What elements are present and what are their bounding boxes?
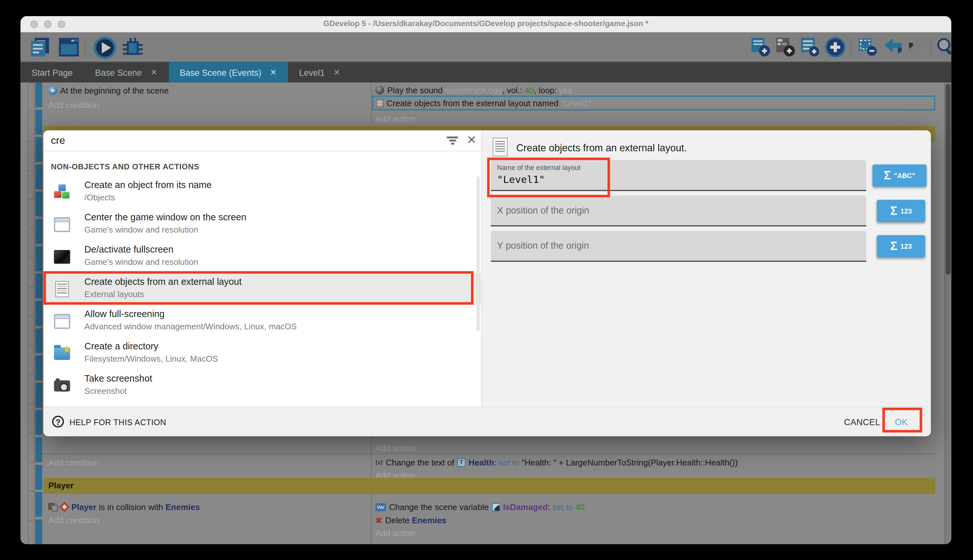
add-condition-link[interactable]: Add condition [48,98,99,112]
add-circle-icon[interactable] [825,37,847,59]
window-icon [53,313,71,330]
list-item-center-window[interactable]: Center the game window on the screen Gam… [43,208,481,241]
redo-icon[interactable] [906,37,929,57]
scene-variable-icon [492,503,500,511]
external-layout-icon [376,98,383,108]
filter-icon[interactable] [447,137,458,145]
dialog-footer: ? HELP FOR THIS ACTION CANCEL OK [43,407,931,436]
field-x-position[interactable]: X position of the origin [491,195,866,227]
external-layout-icon [493,138,508,157]
add-subevent-icon[interactable] [775,37,796,57]
tab-label: Level1 [299,67,325,77]
action-text: Delete Enemies [385,515,446,525]
app-window: GDevelop 5 - /Users/dkarakay/Documents/G… [20,16,951,544]
action-change-text[interactable]: txt Change the text of T Health: set to … [375,455,738,469]
number-expression-button[interactable]: Σ 123 [877,235,925,257]
list-item-fullscreen[interactable]: De/activate fullscreen Game's window and… [43,241,481,273]
variable-icon: Var [375,503,386,511]
play-button[interactable] [93,37,117,59]
list-item-create-directory[interactable]: ★ Create a directory Filesystem/Windows,… [43,337,481,370]
help-icon[interactable]: ? [52,416,64,428]
action-text: Health: set to "Health: " + LargeNumberT… [468,458,738,467]
add-action-link[interactable]: Add action [375,441,415,455]
add-condition-link[interactable]: Add condition [48,513,99,527]
action-create-external-layout-selected[interactable]: Create objects from the external layout … [372,95,935,110]
sigma-icon: Σ [890,204,897,218]
action-play-sound[interactable]: Play the sound soundtrack.ogg, vol.: 40,… [375,83,572,97]
collision-icon [48,503,58,511]
search-input[interactable]: cre [51,135,65,147]
field-value[interactable]: "Level1" [497,174,545,186]
events-scrollbar[interactable] [945,83,951,544]
action-text: Play the sound soundtrack.ogg, vol.: 40,… [387,85,572,95]
cancel-button[interactable]: CANCEL [844,417,880,427]
tab-label: Base Scene [95,67,142,77]
tab-start-page[interactable]: Start Page [20,62,83,82]
section-header: NON-OBJECTS AND OTHER ACTIONS [51,163,199,171]
sigma-icon: Σ [884,169,891,182]
event-drag-handles[interactable] [28,83,35,544]
add-condition-link[interactable]: Add condition [48,455,99,469]
condition-text: Player is in collision with Enemies [71,502,200,512]
add-action-link[interactable]: Add action [375,112,415,125]
field-y-position[interactable]: Y position of the origin [491,231,866,262]
list-item-create-object[interactable]: Create an object from its name /Objects [43,176,481,208]
close-tab-icon[interactable]: ✕ [333,68,340,77]
field-external-layout-name[interactable]: Name of the external layout "Level1" [491,160,866,191]
help-link[interactable]: HELP FOR THIS ACTION [69,418,166,427]
condition-text: At the beginning of the scene [60,86,169,95]
scene-editor-icon[interactable] [58,37,80,57]
toolbar-separator [851,38,851,57]
tab-base-scene[interactable]: Base Scene✕ [84,62,168,82]
titlebar: GDevelop 5 - /Users/dkarakay/Documents/G… [20,16,951,32]
add-action-link[interactable]: Add action [375,526,415,540]
speaker-icon [375,85,384,94]
action-chooser-pane: cre ✕ NON-OBJECTS AND OTHER ACTIONS Crea… [43,130,481,407]
tab-base-scene-events[interactable]: Base Scene (Events)✕ [168,62,288,82]
fullscreen-icon [53,248,71,265]
list-item-allow-fullscreen[interactable]: Allow full-screening Advanced window man… [43,305,481,337]
action-text: IsDamaged: set to 40 [503,502,585,512]
section-player[interactable]: Player [43,478,935,494]
action-text: Create objects from the external layout … [387,98,591,108]
project-manager-icon[interactable] [29,37,51,57]
undo-icon[interactable] [882,37,904,57]
panel-title: Create objects from an external layout. [516,143,687,154]
add-event-icon[interactable] [750,37,771,57]
field-placeholder: Y position of the origin [497,240,589,251]
action-change-variable[interactable]: Var Change the scene variable IsDamaged:… [375,500,585,513]
ok-button[interactable]: OK [895,417,908,427]
close-icon[interactable]: ✕ [467,133,477,147]
field-label: Name of the external layout [497,164,581,171]
debug-icon[interactable] [121,37,145,59]
event-indent-markers [35,83,42,544]
window-title: GDevelop 5 - /Users/dkarakay/Documents/G… [20,19,951,28]
search-bar[interactable]: cre ✕ [43,130,481,151]
delete-selection-icon[interactable] [857,37,878,57]
add-comment-icon[interactable] [800,37,821,57]
close-tab-icon[interactable]: ✕ [151,68,157,77]
create-object-icon [53,183,71,201]
window-icon [53,216,71,233]
screen: GDevelop 5 - /Users/dkarakay/Documents/G… [0,0,973,560]
camera-icon [53,377,71,395]
folder-icon: ★ [53,345,71,362]
toolbar [20,32,951,62]
field-placeholder: X position of the origin [497,205,590,215]
list-item-take-screenshot[interactable]: Take screenshot Screenshot [43,370,481,402]
string-expression-button[interactable]: Σ "ABC" [872,165,926,187]
list-item-create-from-external-layout[interactable]: Create objects from an external layout E… [43,273,481,305]
tab-level1[interactable]: Level1✕ [288,62,352,82]
condition-collision[interactable]: Player is in collision with Enemies [48,500,200,513]
scrollbar-thumb[interactable] [946,84,950,275]
toolbar-separator [930,38,931,57]
instruction-editor-dialog: cre ✕ NON-OBJECTS AND OTHER ACTIONS Crea… [43,130,931,436]
number-expression-button[interactable]: Σ 123 [877,200,925,222]
search-icon[interactable] [935,37,951,59]
action-parameters-pane: Create objects from an external layout. … [481,130,931,407]
begin-of-scene-icon [48,86,57,95]
list-scrollbar[interactable] [477,176,480,331]
close-tab-icon[interactable]: ✕ [270,68,277,77]
action-delete-enemies[interactable]: ✖ Delete Enemies [375,513,447,527]
condition-at-beginning[interactable]: At the beginning of the scene [48,84,169,97]
